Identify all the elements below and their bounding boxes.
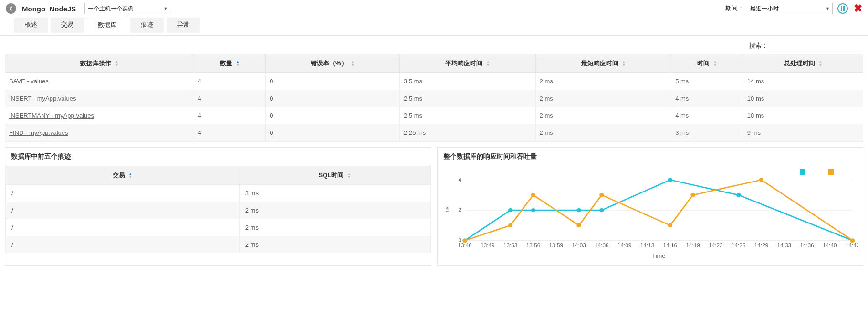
svg-text:14:29: 14:29 bbox=[754, 243, 768, 248]
db-cell: 3 ms bbox=[671, 124, 743, 142]
db-cell: 2.5 ms bbox=[400, 90, 536, 107]
svg-text:14:26: 14:26 bbox=[731, 243, 745, 248]
tab-1[interactable]: 交易 bbox=[51, 18, 84, 33]
db-cell: 2.5 ms bbox=[400, 107, 536, 124]
pause-button[interactable] bbox=[837, 3, 848, 14]
trace-col-0[interactable]: 交易 ▲▼ bbox=[6, 166, 240, 185]
page-title: Mongo_NodeJS bbox=[22, 5, 76, 13]
trace-col-1[interactable]: SQL时间 ▲▼ bbox=[239, 166, 430, 185]
svg-text:14:36: 14:36 bbox=[800, 243, 814, 248]
db-cell: 4 ms bbox=[671, 90, 743, 107]
db-cell: 4 bbox=[194, 107, 266, 124]
svg-text:2: 2 bbox=[458, 207, 461, 213]
svg-text:14:23: 14:23 bbox=[709, 243, 722, 248]
legend-series1-icon bbox=[800, 169, 805, 175]
response-throughput-chart: 024ms13:4613:4913:5313:5613:5914:0314:06… bbox=[442, 175, 858, 261]
trace-cell: / bbox=[6, 219, 240, 236]
svg-text:14:19: 14:19 bbox=[686, 243, 700, 248]
db-cell: 2.25 ms bbox=[400, 124, 536, 142]
db-col-0[interactable]: 数据库操作 ▲▼ bbox=[5, 54, 194, 73]
tab-3[interactable]: 痕迹 bbox=[130, 18, 164, 33]
trace-cell: / bbox=[6, 202, 240, 219]
legend-series2-icon bbox=[828, 169, 834, 175]
svg-text:13:56: 13:56 bbox=[526, 243, 540, 248]
db-cell: 0 bbox=[266, 73, 400, 90]
db-cell: 4 bbox=[194, 73, 266, 90]
db-cell: 0 bbox=[266, 90, 400, 107]
svg-point-27 bbox=[508, 208, 512, 212]
db-col-3[interactable]: 平均响应时间 ▲▼ bbox=[400, 54, 536, 73]
db-cell: 0 bbox=[266, 107, 400, 124]
svg-point-34 bbox=[462, 238, 467, 242]
list-item: /2 ms bbox=[6, 202, 431, 219]
svg-text:14:16: 14:16 bbox=[663, 243, 677, 248]
svg-text:14:33: 14:33 bbox=[777, 243, 791, 248]
db-op-link[interactable]: SAVE - values bbox=[5, 73, 194, 90]
list-item: /2 ms bbox=[6, 219, 431, 236]
svg-point-37 bbox=[576, 223, 581, 227]
db-cell: 3.5 ms bbox=[400, 73, 536, 90]
svg-text:14:09: 14:09 bbox=[617, 243, 631, 248]
db-cell: 4 bbox=[194, 90, 266, 107]
tabs-row: 概述交易数据库痕迹异常 bbox=[0, 17, 868, 36]
chart-panel: 整个数据库的响应时间和吞吐量 024ms13:4613:4913:5313:56… bbox=[437, 147, 864, 266]
db-cell: 10 ms bbox=[743, 107, 863, 124]
db-op-link[interactable]: FIND - myApp.values bbox=[5, 124, 194, 142]
trace-panel: 数据库中前五个痕迹 交易 ▲▼SQL时间 ▲▼ /3 ms/2 ms/2 ms/… bbox=[5, 147, 431, 266]
trace-panel-title: 数据库中前五个痕迹 bbox=[5, 148, 431, 166]
svg-text:13:46: 13:46 bbox=[458, 243, 471, 248]
svg-text:14:40: 14:40 bbox=[823, 243, 837, 248]
trace-cell: 2 ms bbox=[239, 219, 430, 236]
list-item: /2 ms bbox=[6, 236, 431, 253]
search-label: 搜索： bbox=[749, 41, 768, 50]
svg-text:14:03: 14:03 bbox=[572, 243, 586, 248]
period-label: 期间： bbox=[725, 4, 744, 13]
instance-select[interactable]: 一个主机一个实例 bbox=[84, 3, 170, 14]
svg-point-32 bbox=[736, 193, 741, 197]
svg-point-38 bbox=[599, 193, 604, 197]
chart-legend bbox=[442, 168, 858, 175]
svg-point-28 bbox=[531, 208, 535, 212]
tab-4[interactable]: 异常 bbox=[167, 18, 200, 33]
db-cell: 0 bbox=[266, 124, 400, 142]
db-cell: 5 ms bbox=[671, 73, 743, 90]
close-button[interactable]: ✖ bbox=[854, 3, 862, 14]
svg-text:13:53: 13:53 bbox=[503, 243, 517, 248]
tab-2[interactable]: 数据库 bbox=[87, 18, 127, 33]
tab-0[interactable]: 概述 bbox=[14, 18, 48, 33]
table-row: INSERTMANY - myApp.values402.5 ms2 ms4 m… bbox=[5, 107, 863, 124]
svg-text:13:59: 13:59 bbox=[549, 243, 563, 248]
search-input[interactable] bbox=[771, 40, 861, 51]
svg-text:14:06: 14:06 bbox=[595, 243, 608, 248]
svg-text:13:49: 13:49 bbox=[481, 243, 494, 248]
db-op-link[interactable]: INSERTMANY - myApp.values bbox=[5, 107, 194, 124]
db-ops-table: 数据库操作 ▲▼数量 ▲▼错误率（%） ▲▼平均响应时间 ▲▼最短响应时间 ▲▼… bbox=[5, 54, 863, 142]
svg-text:0: 0 bbox=[458, 237, 461, 243]
trace-cell: 2 ms bbox=[239, 236, 430, 253]
back-button[interactable] bbox=[6, 3, 16, 14]
svg-text:ms: ms bbox=[443, 206, 450, 214]
trace-cell: / bbox=[6, 185, 240, 202]
svg-text:Time: Time bbox=[652, 253, 665, 259]
db-cell: 14 ms bbox=[743, 73, 863, 90]
chart-panel-title: 整个数据库的响应时间和吞吐量 bbox=[438, 148, 863, 166]
db-col-4[interactable]: 最短响应时间 ▲▼ bbox=[535, 54, 671, 73]
svg-point-36 bbox=[531, 193, 535, 197]
db-cell: 4 ms bbox=[671, 107, 743, 124]
db-col-6[interactable]: 总处理时间 ▲▼ bbox=[743, 54, 863, 73]
db-cell: 4 bbox=[194, 124, 266, 142]
svg-point-39 bbox=[668, 223, 672, 227]
table-row: FIND - myApp.values402.25 ms2 ms3 ms9 ms bbox=[5, 124, 863, 142]
db-col-5[interactable]: 时间 ▲▼ bbox=[671, 54, 743, 73]
svg-point-35 bbox=[508, 223, 512, 227]
db-col-2[interactable]: 错误率（%） ▲▼ bbox=[266, 54, 400, 73]
table-row: SAVE - values403.5 ms2 ms5 ms14 ms bbox=[5, 73, 863, 90]
period-select[interactable]: 最近一小时 bbox=[747, 3, 833, 14]
db-op-link[interactable]: INSERT - myApp.values bbox=[5, 90, 194, 107]
db-cell: 2 ms bbox=[535, 107, 671, 124]
svg-point-42 bbox=[850, 238, 855, 242]
db-cell: 10 ms bbox=[743, 90, 863, 107]
list-item: /3 ms bbox=[6, 185, 431, 202]
db-col-1[interactable]: 数量 ▲▼ bbox=[194, 54, 266, 73]
svg-point-30 bbox=[599, 208, 604, 212]
